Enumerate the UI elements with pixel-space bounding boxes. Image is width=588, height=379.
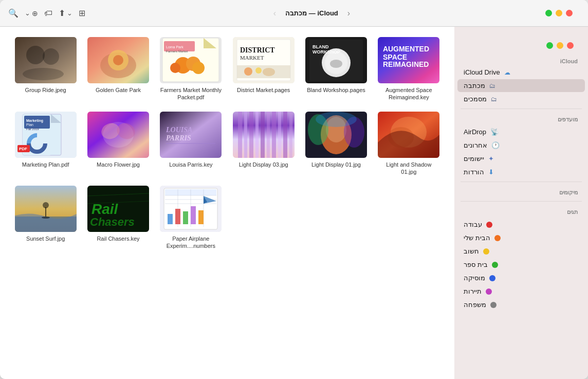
- titlebar: 🔍 ⌄ ⊕ 🏷 ⬆ ⌄ ⊞ ‹ מכתבה — iCloud ›: [0, 0, 588, 27]
- sidebar-item-documents[interactable]: 🗂 מסמכים: [457, 93, 585, 105]
- search-icon[interactable]: 🔍: [8, 8, 19, 18]
- file-thumbnail: [233, 112, 295, 158]
- sidebar-item-tag-important[interactable]: חשוב: [457, 245, 585, 258]
- file-name: Light and Shadow 01.jpg: [378, 161, 439, 176]
- svg-text:PDF: PDF: [19, 147, 27, 151]
- nav-forward-button[interactable]: ›: [344, 8, 353, 19]
- tag-icon[interactable]: 🏷: [44, 9, 52, 18]
- file-item[interactable]: LOUISA PARRIS Louisa Parris.key: [158, 112, 224, 176]
- svg-rect-63: [267, 112, 270, 158]
- svg-rect-64: [272, 112, 276, 158]
- svg-point-82: [43, 202, 49, 208]
- file-thumbnail: AU GMENTED SPACE REIMAGINED: [378, 37, 439, 83]
- svg-rect-102: [198, 210, 204, 224]
- svg-text:AU: AU: [383, 45, 393, 53]
- close-button[interactable]: [566, 10, 573, 16]
- sidebar-item-desktop[interactable]: 🗂 מכתבה: [457, 79, 585, 92]
- tag-color-dot: [489, 275, 495, 281]
- favorites-section-label: מועדפים: [454, 112, 588, 125]
- sidebar-item-label: הורדות: [464, 168, 484, 176]
- yellow-button[interactable]: [557, 42, 563, 49]
- apps-icon: ✦: [488, 155, 494, 163]
- svg-point-13: [192, 62, 205, 74]
- file-item[interactable]: Group Ride.jpeg: [12, 37, 79, 101]
- sidebar-item-tag-work[interactable]: עבודה: [457, 218, 585, 231]
- svg-point-7: [113, 55, 123, 65]
- share-dropdown-icon[interactable]: ⌄: [67, 9, 72, 17]
- file-item[interactable]: Macro Flower.jpg: [85, 112, 151, 176]
- sidebar-item-tag-music[interactable]: מוסיקה: [457, 272, 585, 284]
- file-name: Paper Airplane Experim....numbers: [160, 235, 222, 250]
- green-button[interactable]: [546, 42, 553, 49]
- svg-rect-58: [238, 112, 242, 158]
- tag-color-dot: [486, 288, 492, 295]
- file-item[interactable]: DISTRICT MARKET District Market.pages: [230, 37, 297, 101]
- sidebar-item-downloads[interactable]: ⬇ הורדות: [457, 166, 585, 178]
- file-thumbnail: Marketing Plan Fall 2019 PDF: [15, 112, 77, 158]
- file-item[interactable]: Light Display 03.jpg: [230, 112, 297, 176]
- svg-text:Plan: Plan: [26, 123, 33, 127]
- file-thumbnail: [160, 186, 222, 232]
- file-name: Light Display 03.jpg: [239, 161, 288, 168]
- maximize-button[interactable]: [545, 10, 552, 16]
- file-item[interactable]: Marketing Plan Fall 2019 PDF Marketing P…: [12, 112, 79, 176]
- file-name: Rail Chasers.key: [97, 235, 139, 242]
- sidebar-item-label: הבית שלי: [464, 234, 490, 242]
- file-item[interactable]: Sunset Surf.jpg: [12, 186, 79, 250]
- dropdown-icon[interactable]: ⌄: [25, 9, 30, 17]
- tag-color-dot: [492, 262, 498, 268]
- file-thumbnail: [305, 112, 367, 158]
- tag-color-dot: [483, 248, 489, 255]
- file-item[interactable]: Light and Shadow 01.jpg: [376, 112, 442, 176]
- sidebar-item-tag-home[interactable]: הבית שלי: [457, 231, 585, 244]
- svg-point-24: [263, 68, 275, 76]
- svg-text:Loma Park: Loma Park: [166, 45, 183, 49]
- svg-rect-59: [244, 112, 247, 158]
- file-item[interactable]: BLAND WORKSHOP Bland Workshop.pages: [303, 37, 369, 101]
- file-name: Golden Gate Park: [96, 86, 141, 94]
- files-grid: Group Ride.jpeg: [12, 37, 442, 250]
- share-icon[interactable]: ⬆: [59, 8, 65, 18]
- file-name: Louisa Parris.key: [169, 161, 212, 168]
- file-thumbnail: [15, 186, 77, 232]
- divider: [461, 201, 582, 202]
- file-name: Farmers Market Monthly Packet.pdf: [160, 86, 222, 101]
- minimize-button[interactable]: [556, 10, 562, 16]
- clock-icon: 🕐: [491, 141, 500, 149]
- sidebar-item-label: מכתבה: [464, 82, 485, 89]
- file-item[interactable]: Rail Chasers Rail Chasers.key: [85, 186, 151, 250]
- file-item[interactable]: Golden Gate Park: [85, 37, 151, 101]
- svg-rect-86: [87, 186, 149, 232]
- file-thumbnail: Loma Park Farmers Market: [160, 37, 222, 83]
- airdrop-icon: 📡: [490, 128, 499, 136]
- sidebar-item-applications[interactable]: ✦ יישומים: [457, 152, 585, 165]
- file-name: Group Ride.jpeg: [25, 86, 66, 94]
- sidebar-item-tag-family[interactable]: משפחה: [457, 298, 585, 311]
- sidebar-item-airdrop[interactable]: 📡 AirDrop: [457, 125, 585, 138]
- svg-point-12: [170, 63, 180, 73]
- file-item[interactable]: Paper Airplane Experim....numbers: [158, 186, 224, 250]
- file-thumbnail: [378, 112, 439, 158]
- file-item[interactable]: AU GMENTED SPACE REIMAGINED Augmented Sp…: [376, 37, 442, 101]
- file-item[interactable]: Loma Park Farmers Market Farmers Market …: [158, 37, 224, 101]
- sidebar-item-tag-school[interactable]: בית ספר: [457, 258, 585, 271]
- cloud-icon: ☁: [504, 69, 510, 76]
- sidebar-item-label: בית ספר: [464, 261, 488, 268]
- file-thumbnail: DISTRICT MARKET: [233, 37, 295, 83]
- locations-section-label: מיקומים: [454, 185, 588, 198]
- svg-text:LOUISA: LOUISA: [166, 126, 192, 134]
- more-options-icon[interactable]: ⊕: [32, 9, 38, 17]
- svg-text:DISTRICT: DISTRICT: [240, 46, 275, 54]
- folder-icon: 🗂: [489, 82, 495, 89]
- svg-rect-65: [278, 112, 281, 158]
- file-name: Macro Flower.jpg: [97, 161, 140, 168]
- nav-back-button[interactable]: ‹: [270, 8, 279, 19]
- view-icon[interactable]: ⊞: [79, 8, 85, 18]
- file-thumbnail: [87, 37, 149, 83]
- sidebar-item-recents[interactable]: 🕐 אחרונים: [457, 139, 585, 152]
- svg-text:Marketing: Marketing: [26, 119, 43, 123]
- file-item[interactable]: Light Display 01.jpg: [303, 112, 369, 176]
- sidebar-item-icloud-drive[interactable]: ☁ iCloud Drive: [457, 66, 585, 79]
- red-button[interactable]: [567, 42, 574, 49]
- sidebar-item-tag-travel[interactable]: תיירות: [457, 285, 585, 298]
